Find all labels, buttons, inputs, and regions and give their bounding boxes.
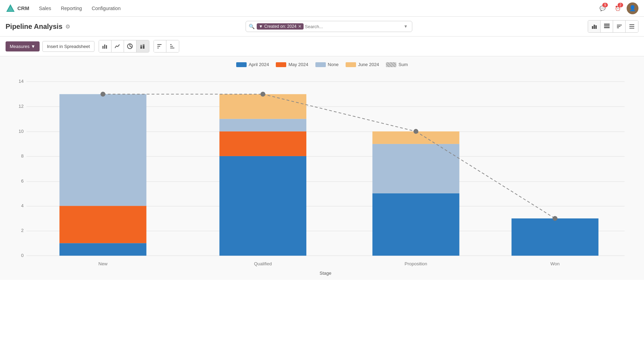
bar-chart-view-btn[interactable] [588,21,601,32]
svg-rect-21 [140,45,142,47]
bar-chart-btn[interactable] [99,40,112,52]
filter-icon: ▼ [259,24,263,29]
table-view-btn[interactable] [601,21,613,32]
sum-dot-new [100,92,105,97]
svg-line-19 [130,46,132,47]
svg-rect-14 [102,46,104,49]
svg-text:8: 8 [21,153,24,159]
measures-button[interactable]: Measures ▼ [6,41,40,51]
insert-label: Insert in Spreadsheet [47,44,90,49]
sort-asc-view-btn[interactable] [613,21,626,32]
sum-dot-won [553,216,558,221]
pie-chart-type-icon [127,43,133,49]
svg-rect-22 [143,46,145,49]
svg-rect-7 [604,27,610,28]
nav-menu: Sales Reporting Configuration [35,3,596,13]
clock-badge: 2 [618,3,623,7]
legend-june-color [346,62,356,67]
messages-badge: 9 [602,3,608,7]
sum-dot-qualified [261,92,265,97]
view-toggles [588,20,638,33]
x-label-new: New [98,261,108,266]
bar-chart-type-icon [102,43,108,49]
chart-type-buttons [99,40,149,53]
search-bar: 🔍 ▼ Created on: 2024 ✕ ▼ [246,21,412,32]
legend-none-color [315,62,326,67]
x-label-proposition: Proposition [405,261,427,266]
list-icon [629,23,635,30]
svg-text:10: 10 [19,129,24,134]
bar-won-april [512,218,598,256]
search-dropdown-icon[interactable]: ▼ [402,23,409,30]
bar-proposition-none [372,144,459,193]
bar-qualified-may [220,131,306,156]
sum-dot-proposition [413,129,418,134]
svg-rect-6 [604,25,610,26]
bar-qualified-april [220,156,306,256]
svg-rect-3 [594,25,595,29]
filter-close-icon[interactable]: ✕ [298,24,302,29]
svg-rect-16 [106,45,107,49]
line-chart-btn[interactable] [112,40,124,52]
svg-rect-20 [140,47,142,49]
nav-sales[interactable]: Sales [35,3,55,13]
svg-rect-15 [104,45,105,49]
svg-rect-23 [143,44,145,46]
measures-label: Measures [10,44,30,49]
svg-text:6: 6 [21,178,24,184]
bar-qualified-none [220,119,306,131]
toolbar: Measures ▼ Insert in Spreadsheet [0,37,644,56]
list-view-btn[interactable] [626,21,638,32]
sort-desc-icon [157,43,163,49]
svg-text:4: 4 [21,203,24,208]
legend-april-color [236,62,247,67]
page-title: Pipeline Analysis [6,23,63,31]
messages-button[interactable]: 💬 9 [596,2,609,15]
legend-sum: Sum [386,62,408,67]
bar-chart-svg: 0 2 4 6 8 10 12 14 [6,71,638,280]
measures-dropdown-icon: ▼ [31,44,35,49]
nav-right: 💬 9 ⏰ 2 👤 [596,2,638,15]
stacked-bar-type-icon [140,43,146,49]
nav-reporting[interactable]: Reporting [57,3,86,13]
user-avatar[interactable]: 👤 [627,2,638,14]
stacked-bar-chart-btn[interactable] [137,40,149,52]
pie-chart-btn[interactable] [124,40,137,52]
clock-button[interactable]: ⏰ 2 [611,2,624,15]
legend-sum-color [386,62,396,67]
search-input[interactable] [304,23,402,30]
top-nav: CRM Sales Reporting Configuration 💬 9 ⏰ … [0,0,644,17]
settings-icon[interactable]: ⚙ [65,23,70,30]
legend-sum-label: Sum [398,62,408,67]
legend-may-label: May 2024 [288,62,308,67]
page-title-area: Pipeline Analysis ⚙ [6,23,70,31]
nav-configuration[interactable]: Configuration [88,3,125,13]
chart-area: 0 2 4 6 8 10 12 14 [6,71,638,280]
bar-proposition-april [372,193,459,256]
x-label-qualified: Qualified [254,261,272,266]
page-header: Pipeline Analysis ⚙ 🔍 ▼ Created on: 2024… [0,17,644,37]
legend-april: April 2024 [236,62,269,67]
bar-new-may [59,206,146,243]
sort-asc-btn[interactable] [166,40,179,52]
chart-container: April 2024 May 2024 None June 2024 Sum [0,56,644,280]
insert-spreadsheet-button[interactable]: Insert in Spreadsheet [42,41,94,52]
filter-tag[interactable]: ▼ Created on: 2024 ✕ [257,23,304,30]
legend-june: June 2024 [346,62,379,67]
legend-june-label: June 2024 [358,62,379,67]
legend-may-color [276,62,286,67]
svg-text:12: 12 [19,104,24,109]
x-label-won: Won [550,261,560,266]
sort-desc-btn[interactable] [154,40,166,52]
filter-label: Created on: 2024 [264,24,297,29]
sort-asc-icon [616,23,622,30]
svg-rect-2 [592,26,593,29]
line-chart-type-icon [114,43,121,49]
x-axis-label: Stage [320,271,331,276]
bar-chart-icon [591,23,597,30]
app-name: CRM [17,5,29,11]
svg-text:14: 14 [19,79,24,84]
app-logo[interactable]: CRM [6,3,29,13]
svg-rect-5 [604,24,610,25]
svg-text:2: 2 [21,228,24,233]
